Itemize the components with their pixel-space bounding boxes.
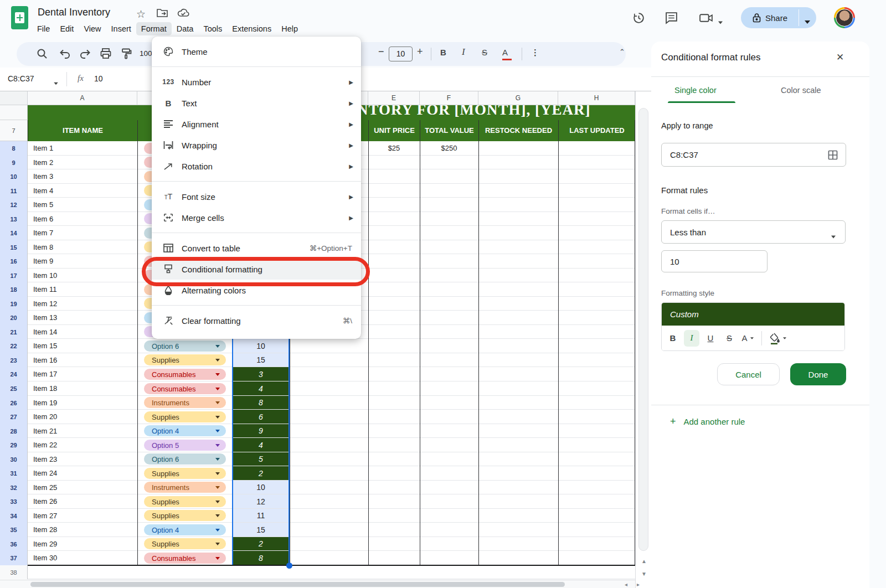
quantity-cell[interactable]: 4 [233,438,289,452]
chip-dropdown-caret[interactable] [215,430,220,432]
item-cell[interactable]: Item 2 [28,156,137,169]
scroll-down-icon[interactable]: ▼ [641,571,647,577]
column-header-E[interactable]: E [368,91,420,105]
search-icon[interactable] [35,47,49,60]
menubar-item-format[interactable]: Format [136,22,172,35]
row-header-6[interactable]: 6 [0,105,28,120]
quantity-cell[interactable]: 15 [233,353,289,367]
quantity-cell[interactable]: 5 [233,452,289,466]
quantity-cell[interactable]: 2 [233,537,289,550]
item-cell[interactable]: Item 7 [28,226,137,240]
column-header-H[interactable]: H [558,91,635,105]
category-chip[interactable]: Option 4 [144,524,226,535]
item-cell[interactable]: Item 12 [28,297,137,310]
chip-dropdown-caret[interactable] [215,388,220,390]
category-chip[interactable]: Supplies [144,510,226,521]
vertical-scrollbar-thumb[interactable] [638,108,648,551]
row-header-24[interactable]: 24 [0,367,28,381]
star-icon[interactable]: ☆ [136,8,146,20]
share-dropdown-caret[interactable] [805,16,810,26]
item-cell[interactable]: Item 15 [28,339,137,353]
item-cell[interactable]: Item 1 [28,141,137,155]
row-header-18[interactable]: 18 [0,282,28,297]
horizontal-scrollbar-thumb[interactable] [30,582,565,587]
select-range-grid-icon[interactable] [828,150,838,160]
total-value-cell[interactable]: $250 [420,141,478,155]
document-title[interactable]: Dental Inventory [38,7,110,18]
style-i-button[interactable]: I [684,330,699,347]
item-cell[interactable]: Item 6 [28,212,137,225]
tab-single-color[interactable]: Single color [674,86,717,95]
row-header-11[interactable]: 11 [0,184,28,198]
menu-item-alignment[interactable]: Alignment▶ [152,114,361,135]
scroll-right-icon[interactable]: ▸ [637,581,640,587]
row-header-7[interactable]: 7 [0,120,28,141]
category-chip[interactable]: Option 4 [144,425,226,436]
row-header-15[interactable]: 15 [0,240,28,254]
item-cell[interactable]: Item 22 [28,438,137,452]
category-chip[interactable]: Option 5 [144,440,226,451]
category-chip[interactable]: Supplies [144,411,226,422]
selection-fill-handle[interactable] [286,563,292,569]
row-header-31[interactable]: 31 [0,466,28,481]
font-size-input[interactable]: 10 [389,47,413,61]
vertical-scrollbar[interactable]: ▲ ▼ [635,91,651,588]
menubar-item-view[interactable]: View [79,22,106,35]
account-avatar[interactable] [834,7,855,28]
row-header-17[interactable]: 17 [0,269,28,282]
row-header-13[interactable]: 13 [0,212,28,226]
row-header-12[interactable]: 12 [0,198,28,212]
paint-format-icon[interactable] [120,47,133,60]
unit-price-cell[interactable]: $25 [368,141,420,155]
row-header-20[interactable]: 20 [0,311,28,325]
text-color-icon[interactable]: A [502,48,508,57]
quantity-cell[interactable]: 4 [233,381,289,395]
name-box-caret[interactable] [53,78,59,87]
style-u-button[interactable]: U [703,330,718,347]
row-header-30[interactable]: 30 [0,452,28,466]
condition-value-input[interactable]: 10 [661,250,767,272]
style-b-button[interactable]: B [665,330,681,347]
category-chip[interactable]: Option 6 [144,341,226,352]
quantity-cell[interactable]: 11 [233,509,289,522]
item-cell[interactable]: Item 27 [28,509,137,522]
menu-item-rotation[interactable]: Rotation▶ [152,156,361,177]
item-cell[interactable]: Item 3 [28,169,137,183]
strikethrough-icon[interactable]: S [482,48,487,57]
row-header-8[interactable]: 8 [0,141,28,156]
row-header-19[interactable]: 19 [0,297,28,311]
item-cell[interactable]: Item 30 [28,551,137,565]
category-chip[interactable]: Consumables [144,383,226,394]
style-s-button[interactable]: S [722,330,737,347]
chip-dropdown-caret[interactable] [215,557,220,560]
item-cell[interactable]: Item 21 [28,424,137,437]
row-header-25[interactable]: 25 [0,381,28,396]
range-input[interactable]: C8:C37 [661,143,846,167]
menu-item-text[interactable]: BText▶ [152,92,361,114]
move-folder-icon[interactable] [157,8,168,18]
increase-font-icon[interactable]: + [417,46,423,58]
chip-dropdown-caret[interactable] [215,359,220,362]
row-header-21[interactable]: 21 [0,325,28,339]
version-history-icon[interactable] [632,11,646,25]
menubar-item-data[interactable]: Data [172,22,199,35]
quantity-cell[interactable]: 12 [233,494,289,508]
row-header-22[interactable]: 22 [0,339,28,353]
table-header-H[interactable]: LAST UPDATED [558,120,635,141]
name-box[interactable]: C8:C37 [8,74,34,83]
item-cell[interactable]: Item 17 [28,367,137,381]
row-header-29[interactable]: 29 [0,438,28,452]
item-cell[interactable]: Item 4 [28,184,137,197]
menubar-item-file[interactable]: File [32,22,55,35]
quantity-cell[interactable]: 9 [233,424,289,437]
undo-icon[interactable] [58,47,71,60]
menu-item-merge-cells[interactable]: Merge cells▶ [152,207,361,228]
chip-dropdown-caret[interactable] [215,501,220,503]
fill-color-button[interactable] [769,332,787,344]
item-cell[interactable]: Item 29 [28,537,137,550]
select-all-corner[interactable] [0,91,28,105]
row-header-35[interactable]: 35 [0,523,28,537]
category-chip[interactable]: Option 6 [144,453,226,465]
menubar-item-help[interactable]: Help [276,22,303,35]
row-header-28[interactable]: 28 [0,424,28,438]
